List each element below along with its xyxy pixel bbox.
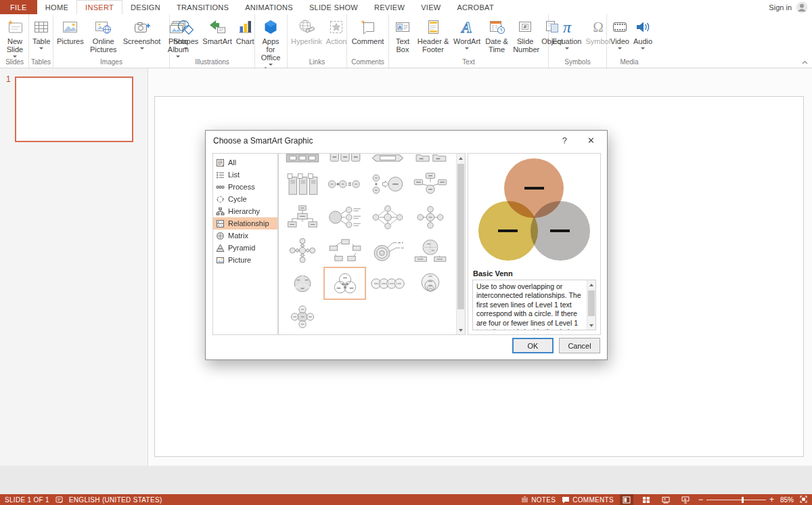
preview-description: Use to show overlapping or interconnecte… [476, 282, 583, 330]
action-button[interactable]: Action [324, 15, 349, 45]
ok-button[interactable]: OK [512, 338, 554, 353]
gallery-item-segmented-pie[interactable] [281, 267, 323, 300]
zoom-in-icon[interactable]: + [769, 496, 774, 503]
sign-in-area[interactable]: Sign in [769, 0, 812, 14]
gallery-item-diverging-radial[interactable] [366, 200, 409, 234]
gallery-item-picture-accent-list[interactable] [281, 167, 323, 200]
close-icon[interactable]: ✕ [582, 135, 600, 146]
category-pyramid[interactable]: Pyramid [213, 242, 277, 254]
comment-button[interactable]: Comment [350, 15, 386, 45]
fit-slide-button[interactable] [800, 496, 807, 504]
gallery-item-clipped-row-item-1[interactable] [281, 153, 323, 167]
scroll-down-icon[interactable] [587, 321, 595, 330]
tab-home[interactable]: HOME [37, 0, 76, 14]
tab-design[interactable]: DESIGN [122, 0, 168, 14]
category-cycle[interactable]: Cycle [213, 193, 277, 205]
chart-button[interactable]: Chart [234, 15, 256, 45]
zoom-slider-track[interactable] [706, 497, 766, 503]
tab-view[interactable]: VIEW [413, 0, 449, 14]
gallery-scrollbar[interactable] [456, 154, 465, 334]
gallery-item-clipped-row-item-4[interactable] [409, 153, 451, 167]
category-matrix[interactable]: Matrix [213, 229, 277, 242]
gallery-item-linear-venn[interactable] [366, 267, 409, 300]
svg-text:Ω: Ω [593, 19, 604, 35]
notes-button[interactable]: NOTES [521, 496, 556, 504]
online-pictures-button[interactable]: Online Pictures [86, 15, 121, 53]
zoom-out-icon[interactable]: − [698, 496, 703, 503]
screenshot-button[interactable]: Screenshot [121, 15, 163, 49]
group-label-media: Media [607, 58, 652, 68]
reading-view-button[interactable] [659, 494, 673, 505]
category-picture[interactable]: Picture [213, 254, 277, 266]
wordart-button[interactable]: A WordArt [451, 15, 482, 49]
table-button[interactable]: Table [30, 15, 52, 49]
gallery-item-counterbalance[interactable] [366, 167, 409, 200]
tab-file[interactable]: FILE [0, 0, 37, 14]
spellcheck-icon[interactable] [55, 496, 63, 504]
tab-review[interactable]: REVIEW [366, 0, 413, 14]
gallery-item-stacked-venn[interactable] [409, 267, 451, 300]
tab-transitions[interactable]: TRANSITIONS [168, 0, 237, 14]
collapse-ribbon-button[interactable] [802, 59, 808, 66]
category-hierarchy[interactable]: Hierarchy [213, 205, 277, 217]
slideshow-view-button[interactable] [679, 494, 692, 505]
gallery-item-quadrant-circle[interactable] [409, 234, 451, 267]
sign-in-label[interactable]: Sign in [769, 3, 792, 12]
zoom-slider[interactable]: − + [698, 496, 774, 503]
gallery-item-clipped-row-item-3[interactable] [366, 153, 409, 167]
tab-insert[interactable]: INSERT [76, 0, 122, 14]
slide-thumbnail[interactable] [15, 76, 133, 142]
dialog-title-bar[interactable]: Choose a SmartArt Graphic ? ✕ [206, 131, 607, 150]
tab-acrobat[interactable]: ACROBAT [449, 0, 501, 14]
gallery-item-radial-venn[interactable] [281, 300, 323, 333]
scroll-up-icon[interactable] [457, 154, 465, 162]
header-footer-button[interactable]: Header & Footer [415, 15, 451, 53]
comments-button[interactable]: COMMENTS [562, 496, 614, 504]
slide-number-button[interactable]: # Slide Number [511, 15, 539, 53]
gallery-item-circle-relationship[interactable] [281, 234, 323, 267]
tab-animations[interactable]: ANIMATIONS [237, 0, 301, 14]
equation-button[interactable]: π Equation [550, 15, 583, 49]
gallery-item-radial-cross[interactable] [409, 200, 451, 234]
group-label-slides: Slides [1, 58, 28, 68]
date-time-button[interactable]: Date & Time [482, 15, 511, 53]
category-relationship[interactable]: Relationship [213, 217, 277, 229]
gallery-item-labeled-hierarchy[interactable] [281, 200, 323, 234]
zoom-slider-thumb[interactable] [742, 497, 744, 503]
tab-slide-show[interactable]: SLIDE SHOW [301, 0, 366, 14]
video-button[interactable]: Video [608, 15, 631, 49]
cancel-button[interactable]: Cancel [559, 338, 600, 353]
scroll-up-icon[interactable] [587, 280, 595, 289]
audio-button[interactable]: Audio [631, 15, 654, 49]
slide-indicator[interactable]: SLIDE 1 OF 1 [5, 496, 49, 504]
description-scrollbar[interactable] [587, 280, 595, 330]
smartart-button[interactable]: SmartArt [200, 15, 233, 45]
pictures-button[interactable]: Pictures [55, 15, 86, 45]
description-scrollbar-thumb[interactable] [588, 290, 595, 316]
shapes-button[interactable]: Shapes [171, 15, 200, 49]
scroll-down-icon[interactable] [457, 326, 465, 334]
normal-view-button[interactable] [620, 494, 633, 505]
gallery-item-equation[interactable] [323, 167, 366, 200]
text-box-button[interactable]: A Text Box [390, 15, 415, 53]
gallery-item-block-cycle[interactable] [323, 234, 366, 267]
language-indicator[interactable]: ENGLISH (UNITED STATES) [69, 496, 162, 504]
hyperlink-button[interactable]: Hyperlink [289, 15, 324, 45]
help-button[interactable]: ? [557, 135, 572, 146]
apps-for-office-button[interactable]: Apps for Office [256, 15, 285, 66]
zoom-percent-label[interactable]: 85% [780, 496, 794, 504]
gallery-item-radial-list[interactable] [323, 200, 366, 234]
category-all[interactable]: All [213, 156, 277, 169]
group-label-images: Images [53, 58, 169, 68]
category-process[interactable]: Process [213, 181, 277, 193]
gallery-item-clipped-row-item-2[interactable] [323, 153, 366, 167]
category-list[interactable]: List [213, 169, 277, 181]
new-slide-button[interactable]: New Slide [2, 15, 28, 58]
slide-sorter-view-button[interactable] [639, 494, 653, 505]
gallery-item-vortex[interactable] [366, 234, 409, 267]
gallery-item-basic-venn[interactable] [323, 267, 366, 300]
counterbalance-thumbnail-icon [369, 171, 406, 197]
gallery-scrollbar-thumb[interactable] [457, 164, 464, 309]
vortex-thumbnail-icon [369, 238, 406, 263]
gallery-item-circle-hierarchy[interactable] [409, 167, 451, 200]
